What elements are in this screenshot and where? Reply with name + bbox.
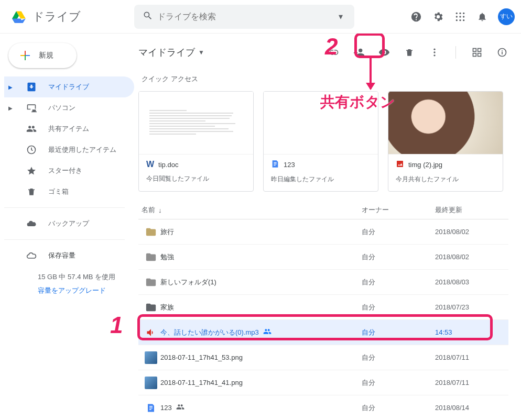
sort-icon: ↓	[158, 206, 162, 214]
image-thumb-icon	[145, 377, 157, 389]
share-person-icon[interactable]	[353, 46, 365, 59]
sidebar-starred[interactable]: ▶ スター付き	[4, 160, 134, 181]
file-owner: 自分	[362, 328, 435, 337]
file-date: 2018/07/11	[435, 379, 508, 386]
more-icon[interactable]	[428, 46, 441, 59]
docs-icon	[142, 403, 160, 413]
quick-card-timg[interactable]: timg (2).jpg 今月共有したファイル	[388, 91, 503, 192]
sidebar: 新規 ▶ マイドライブ ▶ パソコン ▶ 共有アイテム ▶ 最近使用したアイテム…	[0, 34, 134, 420]
file-name: 新しいフォルダ(1)	[160, 278, 362, 287]
file-owner: 自分	[362, 252, 435, 262]
quick-name: tip.doc	[158, 161, 178, 169]
svg-point-12	[433, 51, 435, 53]
file-owner: 自分	[362, 227, 435, 237]
cloud-icon	[25, 218, 38, 229]
file-row[interactable]: 2018-07-11_17h41_41.png 自分 2018/07/11	[138, 370, 508, 395]
apps-icon[interactable]	[454, 10, 466, 23]
svg-point-6	[456, 19, 458, 21]
file-name: 2018-07-11_17h41_41.png	[160, 379, 362, 386]
file-owner: 自分	[362, 303, 435, 312]
svg-point-10	[383, 51, 385, 53]
notifications-icon[interactable]	[476, 10, 489, 23]
drive-logo-icon	[8, 6, 29, 27]
logo-group[interactable]: ドライブ	[8, 6, 134, 27]
search-dropdown-icon[interactable]: ▾	[331, 12, 350, 21]
expand-icon[interactable]: ▶	[8, 84, 15, 90]
svg-point-5	[463, 16, 464, 17]
col-name[interactable]: 名前 ↓	[142, 205, 362, 215]
header-icons: すい	[410, 8, 515, 25]
col-date[interactable]: 最終更新	[435, 205, 508, 215]
sidebar-trash[interactable]: ▶ ゴミ箱	[4, 181, 134, 202]
file-owner: 自分	[362, 278, 435, 287]
cloud-outline-icon	[25, 250, 38, 261]
sidebar-computers[interactable]: ▶ パソコン	[4, 97, 134, 118]
clock-icon	[25, 145, 38, 155]
file-row[interactable]: 新しいフォルダ(1) 自分 2018/08/03	[138, 270, 508, 295]
file-date: 2018/08/03	[435, 278, 508, 286]
search-bar[interactable]: ▾	[134, 5, 354, 29]
folder-brown-icon	[142, 226, 160, 238]
svg-point-8	[463, 19, 464, 21]
folder-grey-icon	[142, 251, 160, 263]
file-owner: 自分	[362, 353, 435, 362]
delete-icon[interactable]	[403, 46, 416, 59]
user-avatar[interactable]: すい	[498, 8, 515, 25]
info-icon[interactable]	[496, 46, 508, 59]
col-owner[interactable]: オーナー	[362, 205, 435, 215]
quick-meta: 今日閲覧したファイル	[146, 174, 246, 183]
file-row[interactable]: 2018-07-11_17h41_53.png 自分 2018/07/11	[138, 345, 508, 370]
sidebar-shared[interactable]: ▶ 共有アイテム	[4, 118, 134, 139]
help-icon[interactable]	[410, 10, 422, 23]
svg-rect-14	[473, 49, 476, 52]
sidebar-backup[interactable]: ▶ バックアップ	[4, 213, 134, 234]
quick-access-row: Wtip.doc 今日閲覧したファイル 123 昨日編集したファイル timg …	[138, 91, 508, 192]
svg-point-11	[433, 49, 435, 50]
toolbar	[328, 46, 508, 59]
file-row[interactable]: 家族 自分 2018/07/23	[138, 295, 508, 320]
upgrade-link[interactable]: 容量をアップグレード	[38, 286, 134, 295]
sidebar-recent[interactable]: ▶ 最近使用したアイテム	[4, 139, 134, 160]
thumb-icon	[142, 377, 160, 389]
file-row[interactable]: 旅行 自分 2018/08/02	[138, 219, 508, 245]
search-input[interactable]	[157, 12, 331, 21]
sidebar-item-label: 最近使用したアイテム	[48, 145, 116, 154]
content-area: マイドライブ ▼ クイック アクセス Wtip.doc	[134, 34, 521, 420]
docs-icon	[271, 160, 279, 170]
svg-point-4	[459, 16, 461, 17]
thumb-icon	[142, 351, 160, 364]
chevron-down-icon: ▼	[198, 49, 204, 56]
svg-point-0	[456, 12, 458, 14]
link-icon[interactable]	[328, 46, 340, 59]
people-icon	[25, 124, 38, 134]
file-owner: 自分	[362, 403, 435, 413]
file-row[interactable]: 123 自分 2018/08/14	[138, 395, 508, 420]
file-date: 2018/07/11	[435, 353, 508, 361]
file-row[interactable]: 今、話したい誰かがいる(0).mp3 自分 14:53	[138, 320, 508, 345]
preview-thumb	[264, 92, 378, 154]
file-date: 14:53	[435, 328, 508, 336]
sidebar-item-label: ゴミ箱	[48, 187, 69, 196]
star-icon	[25, 165, 38, 176]
new-button-label: 新規	[39, 51, 53, 60]
svg-point-3	[456, 16, 458, 17]
preview-icon[interactable]	[378, 46, 390, 59]
expand-icon[interactable]: ▶	[8, 105, 15, 111]
quick-card-123[interactable]: 123 昨日編集したファイル	[263, 91, 378, 192]
sidebar-item-label: バックアップ	[48, 219, 89, 228]
quick-card-tip[interactable]: Wtip.doc 今日閲覧したファイル	[138, 91, 254, 192]
sidebar-storage[interactable]: ▶ 保存容量	[4, 245, 134, 266]
app-title: ドライブ	[32, 9, 81, 25]
audio-icon	[142, 327, 160, 338]
sidebar-my-drive[interactable]: ▶ マイドライブ	[4, 76, 134, 97]
view-grid-icon[interactable]	[471, 46, 483, 59]
file-row[interactable]: 勉強 自分 2018/08/02	[138, 245, 508, 270]
folder-grey-icon	[142, 277, 160, 288]
gear-icon[interactable]	[432, 10, 444, 23]
breadcrumb[interactable]: マイドライブ ▼	[138, 46, 204, 59]
quick-name: timg (2).jpg	[408, 161, 442, 169]
file-list: 旅行 自分 2018/08/02 勉強 自分 2018/08/02 新しいフォル…	[138, 219, 508, 420]
new-button[interactable]: 新規	[8, 43, 77, 68]
app-header: ドライブ ▾ すい	[0, 0, 521, 34]
svg-point-13	[433, 54, 435, 56]
